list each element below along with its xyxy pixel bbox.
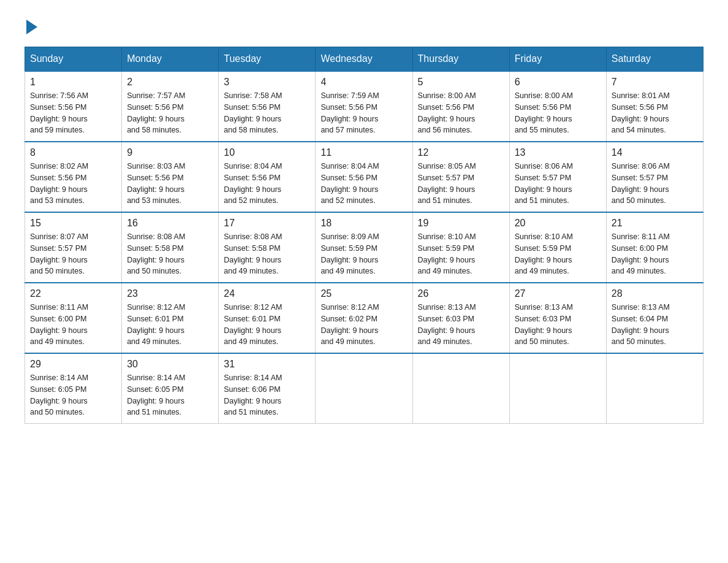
calendar-cell: 29 Sunrise: 8:14 AMSunset: 6:05 PMDaylig… (25, 353, 122, 424)
day-number: 10 (224, 147, 310, 158)
day-number: 6 (515, 77, 601, 88)
day-info: Sunrise: 8:01 AMSunset: 5:56 PMDaylight:… (612, 90, 698, 136)
day-info: Sunrise: 7:59 AMSunset: 5:56 PMDaylight:… (320, 90, 407, 136)
calendar-cell: 21 Sunrise: 8:11 AMSunset: 6:00 PMDaylig… (606, 212, 703, 283)
calendar-cell: 3 Sunrise: 7:58 AMSunset: 5:56 PMDayligh… (219, 71, 316, 142)
calendar-cell: 11 Sunrise: 8:04 AMSunset: 5:56 PMDaylig… (316, 142, 412, 212)
day-number: 16 (127, 218, 213, 229)
day-info: Sunrise: 8:13 AMSunset: 6:04 PMDaylight:… (612, 302, 698, 348)
calendar-cell: 30 Sunrise: 8:14 AMSunset: 6:05 PMDaylig… (122, 353, 219, 424)
day-number: 21 (612, 218, 698, 229)
day-number: 2 (127, 77, 213, 88)
day-number: 13 (515, 147, 601, 158)
calendar-cell: 23 Sunrise: 8:12 AMSunset: 6:01 PMDaylig… (122, 283, 219, 353)
calendar-cell: 13 Sunrise: 8:06 AMSunset: 5:57 PMDaylig… (509, 142, 606, 212)
day-number: 26 (418, 288, 504, 299)
calendar-cell: 20 Sunrise: 8:10 AMSunset: 5:59 PMDaylig… (509, 212, 606, 283)
day-number: 9 (127, 147, 213, 158)
calendar-cell: 18 Sunrise: 8:09 AMSunset: 5:59 PMDaylig… (316, 212, 412, 283)
day-info: Sunrise: 8:14 AMSunset: 6:06 PMDaylight:… (224, 372, 310, 418)
calendar-cell (606, 353, 703, 424)
calendar-cell: 10 Sunrise: 8:04 AMSunset: 5:56 PMDaylig… (219, 142, 316, 212)
day-number: 27 (515, 288, 601, 299)
day-number: 23 (127, 288, 213, 299)
weekday-header-thursday: Thursday (412, 47, 509, 72)
calendar-cell: 27 Sunrise: 8:13 AMSunset: 6:03 PMDaylig… (509, 283, 606, 353)
day-info: Sunrise: 8:12 AMSunset: 6:01 PMDaylight:… (224, 302, 310, 348)
calendar-cell (509, 353, 606, 424)
day-info: Sunrise: 8:04 AMSunset: 5:56 PMDaylight:… (224, 161, 310, 207)
weekday-header-monday: Monday (122, 47, 219, 72)
day-number: 15 (30, 218, 116, 229)
week-row-3: 15 Sunrise: 8:07 AMSunset: 5:57 PMDaylig… (25, 212, 703, 283)
calendar-cell: 15 Sunrise: 8:07 AMSunset: 5:57 PMDaylig… (25, 212, 122, 283)
week-row-5: 29 Sunrise: 8:14 AMSunset: 6:05 PMDaylig… (25, 353, 703, 424)
day-number: 3 (224, 77, 310, 88)
week-row-1: 1 Sunrise: 7:56 AMSunset: 5:56 PMDayligh… (25, 71, 703, 142)
day-number: 7 (612, 77, 698, 88)
logo (25, 18, 39, 34)
day-info: Sunrise: 8:11 AMSunset: 6:00 PMDaylight:… (30, 302, 116, 348)
calendar-cell: 31 Sunrise: 8:14 AMSunset: 6:06 PMDaylig… (219, 353, 316, 424)
day-info: Sunrise: 8:06 AMSunset: 5:57 PMDaylight:… (515, 161, 601, 207)
day-info: Sunrise: 7:58 AMSunset: 5:56 PMDaylight:… (224, 90, 310, 136)
day-info: Sunrise: 8:10 AMSunset: 5:59 PMDaylight:… (418, 231, 504, 277)
day-info: Sunrise: 8:03 AMSunset: 5:56 PMDaylight:… (127, 161, 213, 207)
day-number: 29 (30, 359, 116, 370)
week-row-4: 22 Sunrise: 8:11 AMSunset: 6:00 PMDaylig… (25, 283, 703, 353)
day-info: Sunrise: 8:07 AMSunset: 5:57 PMDaylight:… (30, 231, 116, 277)
calendar-cell (316, 353, 412, 424)
day-info: Sunrise: 8:12 AMSunset: 6:02 PMDaylight:… (320, 302, 407, 348)
calendar-cell: 17 Sunrise: 8:08 AMSunset: 5:58 PMDaylig… (219, 212, 316, 283)
calendar-cell: 14 Sunrise: 8:06 AMSunset: 5:57 PMDaylig… (606, 142, 703, 212)
calendar-cell: 5 Sunrise: 8:00 AMSunset: 5:56 PMDayligh… (412, 71, 509, 142)
weekday-header-sunday: Sunday (25, 47, 122, 72)
calendar-cell: 24 Sunrise: 8:12 AMSunset: 6:01 PMDaylig… (219, 283, 316, 353)
day-info: Sunrise: 8:06 AMSunset: 5:57 PMDaylight:… (612, 161, 698, 207)
day-number: 1 (30, 77, 116, 88)
calendar-cell: 2 Sunrise: 7:57 AMSunset: 5:56 PMDayligh… (122, 71, 219, 142)
weekday-header-friday: Friday (509, 47, 606, 72)
day-info: Sunrise: 7:56 AMSunset: 5:56 PMDaylight:… (30, 90, 116, 136)
day-info: Sunrise: 8:10 AMSunset: 5:59 PMDaylight:… (515, 231, 601, 277)
day-number: 14 (612, 147, 698, 158)
day-number: 19 (418, 218, 504, 229)
day-info: Sunrise: 8:04 AMSunset: 5:56 PMDaylight:… (320, 161, 407, 207)
week-row-2: 8 Sunrise: 8:02 AMSunset: 5:56 PMDayligh… (25, 142, 703, 212)
day-info: Sunrise: 8:12 AMSunset: 6:01 PMDaylight:… (127, 302, 213, 348)
calendar-cell: 8 Sunrise: 8:02 AMSunset: 5:56 PMDayligh… (25, 142, 122, 212)
day-number: 31 (224, 359, 310, 370)
day-info: Sunrise: 8:00 AMSunset: 5:56 PMDaylight:… (515, 90, 601, 136)
day-number: 5 (418, 77, 504, 88)
day-number: 24 (224, 288, 310, 299)
calendar-cell: 19 Sunrise: 8:10 AMSunset: 5:59 PMDaylig… (412, 212, 509, 283)
calendar-table: SundayMondayTuesdayWednesdayThursdayFrid… (25, 47, 703, 424)
day-number: 28 (612, 288, 698, 299)
weekday-header-tuesday: Tuesday (219, 47, 316, 72)
page-header (25, 18, 703, 34)
calendar-cell: 22 Sunrise: 8:11 AMSunset: 6:00 PMDaylig… (25, 283, 122, 353)
day-number: 25 (320, 288, 407, 299)
day-info: Sunrise: 8:02 AMSunset: 5:56 PMDaylight:… (30, 161, 116, 207)
day-number: 17 (224, 218, 310, 229)
day-info: Sunrise: 8:08 AMSunset: 5:58 PMDaylight:… (224, 231, 310, 277)
calendar-cell: 4 Sunrise: 7:59 AMSunset: 5:56 PMDayligh… (316, 71, 412, 142)
day-info: Sunrise: 8:13 AMSunset: 6:03 PMDaylight:… (418, 302, 504, 348)
day-number: 30 (127, 359, 213, 370)
day-info: Sunrise: 8:09 AMSunset: 5:59 PMDaylight:… (320, 231, 407, 277)
calendar-cell: 28 Sunrise: 8:13 AMSunset: 6:04 PMDaylig… (606, 283, 703, 353)
day-number: 4 (320, 77, 407, 88)
day-info: Sunrise: 8:14 AMSunset: 6:05 PMDaylight:… (30, 372, 116, 418)
day-info: Sunrise: 8:05 AMSunset: 5:57 PMDaylight:… (418, 161, 504, 207)
day-number: 22 (30, 288, 116, 299)
day-info: Sunrise: 8:08 AMSunset: 5:58 PMDaylight:… (127, 231, 213, 277)
calendar-cell: 7 Sunrise: 8:01 AMSunset: 5:56 PMDayligh… (606, 71, 703, 142)
calendar-cell: 9 Sunrise: 8:03 AMSunset: 5:56 PMDayligh… (122, 142, 219, 212)
calendar-cell: 16 Sunrise: 8:08 AMSunset: 5:58 PMDaylig… (122, 212, 219, 283)
calendar-cell: 26 Sunrise: 8:13 AMSunset: 6:03 PMDaylig… (412, 283, 509, 353)
calendar-cell (412, 353, 509, 424)
calendar-header-row: SundayMondayTuesdayWednesdayThursdayFrid… (25, 47, 703, 72)
day-number: 18 (320, 218, 407, 229)
weekday-header-wednesday: Wednesday (316, 47, 412, 72)
day-number: 11 (320, 147, 407, 158)
